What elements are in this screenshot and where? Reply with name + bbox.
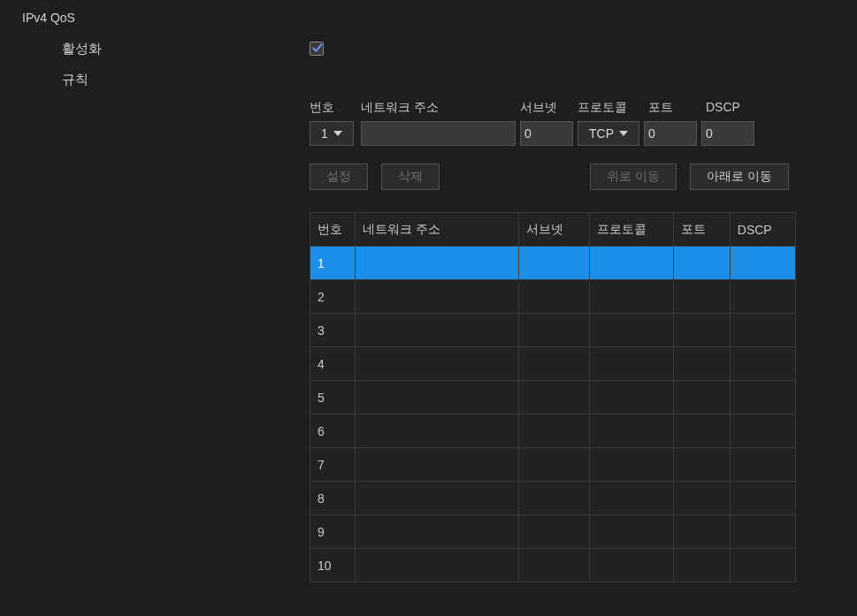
cell-subnet (519, 314, 589, 347)
delete-button[interactable]: 삭제 (381, 164, 440, 190)
cell-port (674, 549, 731, 582)
table-row[interactable]: 2 (310, 280, 796, 314)
cell-no: 6 (310, 414, 356, 448)
col-header-no: 번호 (310, 100, 361, 116)
cell-port (674, 414, 731, 448)
cell-port (674, 247, 731, 280)
cell-network (355, 414, 518, 448)
col-header-dscp: DSCP (706, 100, 763, 116)
cell-port (674, 381, 731, 414)
cell-network (355, 482, 518, 515)
cell-protocol (589, 381, 673, 414)
cell-protocol (589, 280, 673, 314)
table-row[interactable]: 7 (310, 448, 796, 482)
rule-label: 규칙 (62, 72, 310, 88)
input-column-headers: 번호 네트워크 주소 서브넷 프로토콜 포트 DSCP (310, 100, 857, 116)
table-row[interactable]: 6 (310, 414, 796, 448)
cell-network (355, 448, 518, 482)
subnet-input[interactable] (520, 121, 573, 146)
cell-dscp (730, 482, 795, 515)
cell-dscp (730, 414, 795, 448)
cell-dscp (730, 381, 795, 414)
cell-protocol (589, 314, 673, 347)
enable-checkbox[interactable] (310, 42, 324, 56)
cell-subnet (519, 414, 589, 448)
table-row[interactable]: 8 (310, 482, 796, 515)
cell-no: 5 (310, 381, 356, 414)
th-network: 네트워크 주소 (355, 213, 518, 247)
move-down-button[interactable]: 아래로 이동 (690, 164, 789, 190)
cell-port (674, 515, 731, 549)
move-up-button[interactable]: 위로 이동 (590, 164, 677, 190)
chevron-down-icon (333, 131, 342, 136)
cell-network (355, 247, 518, 280)
cell-no: 8 (310, 482, 356, 515)
table-row[interactable]: 3 (310, 314, 796, 347)
col-header-port: 포트 (648, 100, 706, 116)
protocol-select-value: TCP (589, 126, 614, 141)
cell-network (355, 347, 518, 381)
cell-no: 1 (310, 247, 356, 280)
cell-protocol (589, 482, 673, 515)
cell-no: 2 (310, 280, 356, 314)
page-title: IPv4 QoS (0, 0, 857, 34)
network-address-input[interactable] (361, 121, 516, 146)
cell-dscp (730, 247, 795, 280)
cell-network (355, 515, 518, 549)
cell-no: 4 (310, 347, 356, 381)
cell-protocol (589, 549, 673, 582)
cell-no: 10 (310, 549, 356, 582)
cell-port (674, 448, 731, 482)
cell-network (355, 549, 518, 582)
cell-protocol (589, 515, 673, 549)
col-header-protocol: 프로토콜 (578, 100, 648, 116)
th-subnet: 서브넷 (519, 213, 589, 247)
cell-protocol (589, 448, 673, 482)
cell-protocol (589, 414, 673, 448)
col-header-subnet: 서브넷 (520, 100, 578, 116)
button-spacer (453, 164, 577, 190)
cell-protocol (589, 247, 673, 280)
table-row[interactable]: 5 (310, 381, 796, 414)
cell-subnet (519, 549, 589, 582)
th-port: 포트 (674, 213, 731, 247)
table-row[interactable]: 9 (310, 515, 796, 549)
cell-protocol (589, 347, 673, 381)
cell-port (674, 347, 731, 381)
cell-no: 3 (310, 314, 356, 347)
no-select-value: 1 (321, 126, 328, 141)
cell-network (355, 381, 518, 414)
th-no: 번호 (310, 213, 356, 247)
cell-subnet (519, 515, 589, 549)
protocol-select[interactable]: TCP (578, 121, 639, 146)
cell-no: 9 (310, 515, 356, 549)
table-row[interactable]: 10 (310, 549, 796, 582)
table-row[interactable]: 4 (310, 347, 796, 381)
cell-port (674, 482, 731, 515)
table-header-row: 번호 네트워크 주소 서브넷 프로토콜 포트 DSCP (310, 213, 796, 247)
dscp-input[interactable] (701, 121, 754, 146)
col-header-network: 네트워크 주소 (361, 100, 520, 116)
th-dscp: DSCP (730, 213, 795, 247)
cell-subnet (519, 247, 589, 280)
cell-dscp (730, 549, 795, 582)
cell-dscp (730, 314, 795, 347)
cell-port (674, 280, 731, 314)
cell-port (674, 314, 731, 347)
rules-table: 번호 네트워크 주소 서브넷 프로토콜 포트 DSCP 12345678910 (310, 212, 796, 582)
cell-dscp (730, 347, 795, 381)
cell-network (355, 314, 518, 347)
no-select[interactable]: 1 (310, 121, 354, 146)
set-button[interactable]: 설정 (310, 164, 368, 190)
cell-subnet (519, 448, 589, 482)
cell-subnet (519, 482, 589, 515)
cell-no: 7 (310, 448, 356, 482)
cell-network (355, 280, 518, 314)
cell-dscp (730, 448, 795, 482)
cell-subnet (519, 347, 589, 381)
port-input[interactable] (644, 121, 697, 146)
table-row[interactable]: 1 (310, 247, 796, 280)
chevron-down-icon (619, 131, 628, 136)
cell-dscp (730, 515, 795, 549)
th-protocol: 프로토콜 (589, 213, 673, 247)
